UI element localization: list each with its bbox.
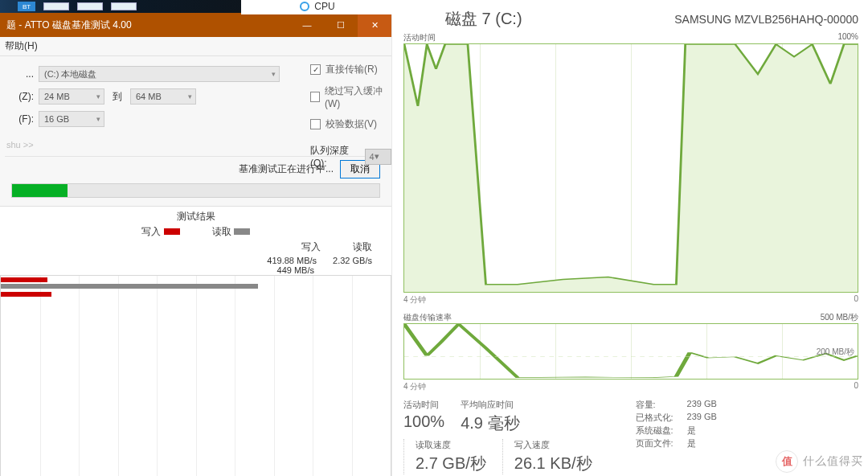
capacity-val: 239 GB	[687, 399, 717, 411]
capacity-key: 容量:	[636, 399, 679, 411]
bypass-cache-label: 绕过写入缓冲(W)	[325, 84, 391, 109]
response-time-label: 平均响应时间	[461, 399, 519, 411]
chart2-svg	[404, 324, 858, 379]
chart1-svg	[404, 44, 858, 292]
taskmgr-disk-panel: 磁盘 7 (C:) SAMSUNG MZVLB256HAHQ-00000 活动时…	[391, 0, 868, 476]
pagefile-val: 是	[687, 437, 696, 449]
val-write-1: 419.88 MB/s	[267, 256, 317, 265]
disk-title: 磁盘 7 (C:)	[445, 8, 522, 30]
sysdisk-val: 是	[687, 425, 696, 437]
chart2-max: 500 MB/秒	[821, 312, 858, 323]
length-dropdown[interactable]: 16 GB ▾	[39, 111, 104, 127]
direct-io-checkbox[interactable]: ✓直接传输(R)	[310, 63, 391, 76]
legend-write-label: 写入	[141, 226, 161, 237]
menu-bar: 帮助(H)	[0, 37, 391, 56]
write-swatch-icon	[164, 228, 180, 235]
from-size-value: 24 MB	[44, 92, 70, 101]
drive-label: ...	[5, 68, 34, 80]
watermark: 值 什么值得买	[776, 450, 863, 473]
desktop-thumb	[77, 2, 103, 10]
formatted-val: 239 GB	[687, 412, 717, 424]
chart2-mid-label: 200 MB/秒	[817, 347, 854, 358]
cpu-label: CPU	[314, 1, 334, 12]
verify-label: 校验数据(V)	[326, 117, 377, 131]
to-size-dropdown[interactable]: 64 MB ▾	[130, 88, 196, 105]
drive-value: (C:) 本地磁盘	[44, 68, 96, 80]
window-title: 题 - ATTO 磁盘基准测试 4.00	[6, 18, 132, 32]
chevron-down-icon: ▾	[96, 115, 100, 123]
length-value: 16 GB	[44, 114, 69, 124]
write-bar	[1, 292, 51, 297]
queue-depth-dropdown[interactable]: 4 ▾	[365, 149, 392, 165]
atto-window: BT CPU 题 - ATTO 磁盘基准测试 4.00 — ☐ ✕ 帮助(H) …	[0, 0, 391, 476]
chart1-max: 100%	[837, 32, 858, 43]
transfer-size-label: (Z):	[5, 91, 34, 102]
length-label: (F):	[5, 113, 34, 125]
maximize-button[interactable]: ☐	[324, 13, 358, 37]
active-time-value: 100%	[403, 412, 444, 431]
watermark-logo-icon: 值	[776, 450, 798, 473]
progress-fill	[12, 184, 68, 197]
read-speed-label: 读取速度	[416, 439, 486, 451]
from-size-dropdown[interactable]: 24 MB ▾	[39, 88, 104, 105]
read-swatch-icon	[234, 228, 250, 235]
cpu-tab[interactable]: CPU	[241, 0, 394, 14]
write-speed-value: 26.1 KB/秒	[514, 453, 592, 474]
config-panel: ... (C:) 本地磁盘 ▾ (Z): 24 MB ▾ 到 64 MB ▾ (…	[0, 56, 391, 207]
chart2-label: 磁盘传输速率	[403, 312, 452, 323]
window-titlebar[interactable]: 题 - ATTO 磁盘基准测试 4.00 — ☐ ✕	[0, 13, 391, 37]
active-time-label: 活动时间	[403, 399, 444, 411]
menu-help[interactable]: 帮助(H)	[5, 39, 38, 53]
desktop-thumb	[111, 2, 137, 10]
legend: 写入 读取	[0, 224, 391, 240]
read-speed-value: 2.7 GB/秒	[416, 453, 486, 474]
formatted-key: 已格式化:	[636, 412, 679, 424]
disk-model: SAMSUNG MZVLB256HAHQ-00000	[674, 13, 858, 26]
response-time-value: 4.9 毫秒	[461, 412, 519, 434]
desktop-thumb	[43, 2, 69, 10]
transfer-rate-chart: 200 MB/秒	[403, 323, 858, 380]
val-read-1: 2.32 GB/s	[333, 256, 372, 265]
direct-io-label: 直接传输(R)	[326, 63, 378, 76]
queue-depth-label: 队列深度(Q):	[310, 144, 360, 169]
chart2-xr: 0	[854, 381, 858, 392]
results-chart	[0, 275, 391, 476]
ring-icon	[300, 2, 309, 11]
chart2-xl: 4 分钟	[403, 381, 426, 392]
read-bar	[1, 284, 258, 289]
write-speed-label: 写入速度	[514, 439, 592, 451]
watermark-text: 什么值得买	[803, 454, 863, 469]
chevron-down-icon: ▾	[96, 92, 100, 101]
col-read: 读取	[353, 240, 372, 254]
chevron-down-icon: ▾	[375, 151, 379, 162]
to-label: 到	[113, 90, 122, 104]
drive-dropdown[interactable]: (C:) 本地磁盘 ▾	[39, 66, 280, 82]
val-read-2	[330, 265, 372, 275]
close-button[interactable]: ✕	[358, 13, 391, 37]
col-write: 写入	[301, 240, 321, 254]
disk-stats: 容量:239 GB 已格式化:239 GB 系统磁盘:是 页面文件:是	[636, 399, 717, 474]
val-write-2: 449 MB/s	[277, 265, 314, 275]
chevron-down-icon: ▾	[272, 70, 276, 78]
verify-checkbox[interactable]: 校验数据(V)	[310, 117, 391, 131]
minimize-button[interactable]: —	[290, 13, 324, 37]
pagefile-key: 页面文件:	[636, 437, 679, 449]
chart1-xl: 4 分钟	[403, 294, 426, 306]
legend-read-label: 读取	[212, 226, 231, 237]
results-title: 测试结果	[0, 207, 391, 224]
numeric-values: 419.88 MB/s2.32 GB/s 449 MB/s	[0, 256, 391, 275]
progress-bar	[11, 183, 380, 198]
sysdisk-key: 系统磁盘:	[636, 425, 679, 437]
active-time-chart	[403, 43, 858, 293]
bt-badge: BT	[18, 2, 35, 11]
bypass-cache-checkbox[interactable]: 绕过写入缓冲(W)	[310, 84, 391, 109]
to-size-value: 64 MB	[136, 92, 162, 101]
write-bar	[1, 277, 47, 282]
chart1-xr: 0	[854, 294, 858, 306]
chevron-down-icon: ▾	[188, 92, 192, 101]
chart1-label: 活动时间	[403, 32, 436, 43]
